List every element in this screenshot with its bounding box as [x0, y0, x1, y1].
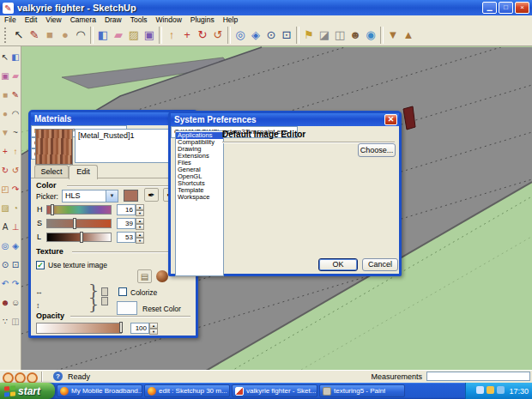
- close-icon[interactable]: ✕: [384, 114, 397, 125]
- arc-icon[interactable]: ◠: [10, 105, 21, 124]
- rotate-icon[interactable]: ↻: [0, 161, 10, 180]
- person-icon[interactable]: ☻: [348, 26, 363, 45]
- menu-help[interactable]: Help: [219, 15, 242, 24]
- menu-camera[interactable]: Camera: [66, 15, 100, 24]
- look-around-icon[interactable]: ☺: [10, 293, 21, 312]
- orbit-icon[interactable]: ◎: [233, 26, 248, 45]
- section-plane-icon[interactable]: ◫: [10, 312, 21, 331]
- paint-bucket-icon[interactable]: ▣: [0, 67, 10, 86]
- reset-color-swatch[interactable]: [117, 301, 137, 315]
- position-camera-icon[interactable]: ☻: [0, 293, 10, 312]
- chain-link-icon-bottom[interactable]: [101, 297, 108, 305]
- slider-handle[interactable]: [80, 232, 83, 243]
- l-slider[interactable]: [46, 233, 112, 242]
- preferences-titlebar[interactable]: System Preferences ✕: [171, 113, 399, 126]
- opacity-slider[interactable]: [36, 323, 122, 334]
- text-icon[interactable]: A: [0, 218, 10, 237]
- move-icon[interactable]: +: [0, 142, 10, 161]
- circle-icon[interactable]: ●: [0, 105, 10, 124]
- push-pull-icon[interactable]: ↑: [10, 142, 21, 161]
- browse-texture-icon[interactable]: ▤: [137, 269, 152, 283]
- spin-down-icon[interactable]: ▼: [136, 238, 144, 244]
- start-button[interactable]: start: [0, 383, 55, 399]
- slider-value[interactable]: 53: [117, 232, 136, 243]
- help-icon[interactable]: ?: [53, 372, 63, 381]
- menu-view[interactable]: View: [41, 15, 65, 24]
- spin-up-icon[interactable]: ▲: [136, 232, 144, 238]
- arc-icon[interactable]: ◠: [73, 26, 88, 45]
- scale-icon[interactable]: ◰: [0, 180, 10, 199]
- ok-button[interactable]: OK: [318, 258, 358, 271]
- messenger-icon[interactable]: [497, 386, 505, 394]
- polygon-icon[interactable]: ▼: [0, 124, 10, 142]
- taskbar-button-firefox-0[interactable]: My Mobile Broadband...: [57, 384, 142, 397]
- restore-button[interactable]: □: [499, 2, 513, 14]
- follow-me-icon[interactable]: ↷: [10, 180, 21, 199]
- spin-down-icon[interactable]: ▼: [149, 329, 158, 335]
- clock[interactable]: 17:30: [509, 387, 529, 396]
- menu-edit[interactable]: Edit: [21, 15, 42, 24]
- line-icon[interactable]: ✎: [27, 26, 42, 45]
- freehand-icon[interactable]: ~: [10, 124, 21, 142]
- circle-icon[interactable]: ●: [57, 26, 73, 45]
- close-button[interactable]: ×: [515, 2, 529, 14]
- paint-bucket-icon[interactable]: ▣: [142, 26, 157, 45]
- picker-dropdown[interactable]: HLS ▼: [62, 190, 118, 203]
- toolbar-grip[interactable]: [4, 27, 9, 43]
- texture-preview-sphere-icon[interactable]: [156, 270, 168, 282]
- pan-icon[interactable]: ◈: [10, 237, 21, 256]
- line-icon[interactable]: ✎: [10, 86, 21, 105]
- move-icon[interactable]: +: [179, 26, 195, 45]
- select-icon[interactable]: ↖: [11, 26, 27, 45]
- menu-window[interactable]: Window: [152, 15, 186, 24]
- add-location-icon[interactable]: ⚑: [301, 26, 317, 45]
- offset-icon[interactable]: ↺: [210, 26, 226, 45]
- photo-match-icon[interactable]: ◫: [332, 26, 348, 45]
- spin-down-icon[interactable]: ▼: [136, 224, 144, 230]
- spin-up-icon[interactable]: ▲: [136, 218, 144, 224]
- menu-draw[interactable]: Draw: [100, 15, 126, 24]
- pref-item-workspace[interactable]: Workspace: [176, 194, 223, 201]
- cancel-button[interactable]: Cancel: [362, 258, 398, 271]
- titlebar[interactable]: ✎ valkyrie fighter - SketchUp ▁□×: [0, 0, 532, 15]
- push-pull-icon[interactable]: ↑: [164, 26, 179, 45]
- chain-link-icon-top[interactable]: [101, 287, 108, 296]
- choose-button[interactable]: Choose...: [358, 143, 396, 157]
- menu-tools[interactable]: Tools: [126, 15, 152, 24]
- make-component-icon[interactable]: ◧: [10, 48, 21, 67]
- spin-up-icon[interactable]: ▲: [136, 204, 144, 210]
- protractor-icon[interactable]: ◔: [10, 199, 21, 218]
- select-icon[interactable]: ↖: [0, 48, 10, 67]
- use-texture-checkbox[interactable]: ✓: [36, 261, 45, 269]
- pan-icon[interactable]: ◈: [248, 26, 263, 45]
- rectangle-icon[interactable]: ■: [42, 26, 57, 45]
- get-models-icon[interactable]: ▼: [385, 26, 401, 45]
- slider-handle[interactable]: [51, 204, 54, 215]
- colorize-checkbox[interactable]: [118, 287, 127, 296]
- zoom-extents-icon[interactable]: ⊡: [10, 256, 21, 275]
- google-earth-icon[interactable]: ◉: [363, 26, 378, 45]
- taskbar-button-firefox-1[interactable]: edit : Sketchup 30 m...: [144, 384, 230, 397]
- menu-plugins[interactable]: Plugins: [186, 15, 219, 24]
- zoom-next-icon[interactable]: ↷: [10, 275, 21, 293]
- tape-measure-icon[interactable]: ▨: [0, 199, 10, 218]
- tab-edit[interactable]: Edit: [69, 165, 98, 179]
- zoom-extents-icon[interactable]: ⊡: [279, 26, 294, 45]
- make-component-icon[interactable]: ◧: [95, 26, 111, 45]
- chevron-down-icon[interactable]: ▼: [106, 190, 118, 202]
- spin-up-icon[interactable]: ▲: [149, 323, 158, 329]
- eraser-icon[interactable]: ▰: [111, 26, 126, 45]
- tab-select[interactable]: Select: [34, 165, 69, 178]
- axes-icon[interactable]: ⊥: [10, 218, 21, 237]
- opacity-slider-handle[interactable]: [119, 322, 123, 333]
- security-shield-icon[interactable]: [487, 386, 494, 394]
- share-model-icon[interactable]: ▲: [401, 26, 416, 45]
- zoom-icon[interactable]: ⊙: [0, 256, 10, 275]
- taskbar-button-paint-3[interactable]: texturing5 - Paint: [319, 384, 405, 397]
- zoom-icon[interactable]: ⊙: [263, 26, 279, 45]
- toggle-terrain-icon[interactable]: ◪: [317, 26, 332, 45]
- minimize-button[interactable]: ▁: [482, 2, 497, 14]
- measurements-input[interactable]: [426, 372, 530, 381]
- spin-down-icon[interactable]: ▼: [136, 210, 144, 216]
- eraser-icon[interactable]: ▰: [10, 67, 21, 86]
